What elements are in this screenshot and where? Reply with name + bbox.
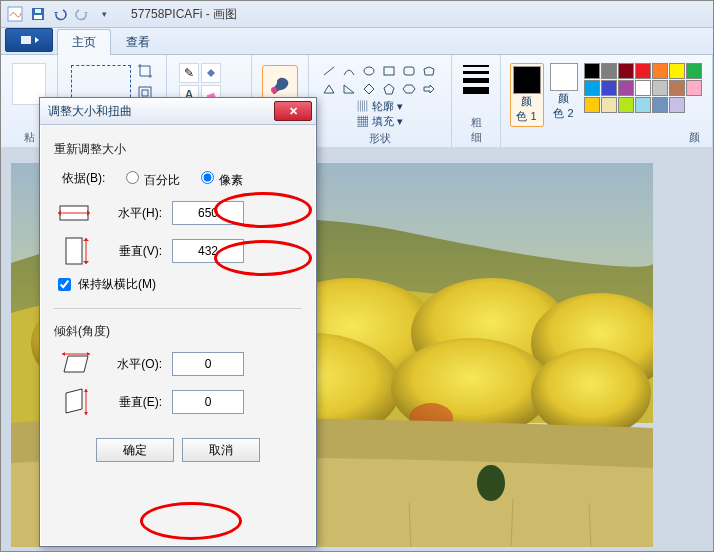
resize-skew-dialog: 调整大小和扭曲 ✕ 重新调整大小 依据(B): 百分比 像素 水平(H): 垂直… [39, 97, 317, 547]
skew-v-input[interactable] [172, 390, 244, 414]
redo-icon[interactable] [73, 5, 91, 23]
svg-rect-38 [66, 238, 82, 264]
crop-icon[interactable] [137, 63, 153, 82]
pencil-icon[interactable]: ✎ [179, 63, 199, 83]
annotation-ellipse [140, 502, 242, 540]
svg-point-10 [364, 67, 374, 75]
shape-outline-label[interactable]: ▥ 轮廓 ▾ [357, 99, 402, 114]
palette-swatch[interactable] [618, 63, 634, 79]
colors-group-label: 颜 [689, 130, 700, 145]
group-shapes: ▥ 轮廓 ▾ ▦ 填充 ▾ 形状 [309, 55, 452, 147]
palette-swatch[interactable] [601, 80, 617, 96]
pixel-label[interactable]: 像素 [219, 173, 243, 187]
app-icon [7, 6, 23, 22]
svg-point-34 [477, 465, 505, 501]
color-palette [584, 63, 704, 113]
radio-percent[interactable] [126, 171, 139, 184]
shape-curve-icon[interactable] [340, 63, 358, 79]
palette-swatch[interactable] [584, 97, 600, 113]
palette-swatch[interactable] [669, 97, 685, 113]
shape-rtri-icon[interactable] [340, 81, 358, 97]
palette-swatch[interactable] [652, 97, 668, 113]
palette-swatch[interactable] [635, 63, 651, 79]
tab-view[interactable]: 查看 [111, 29, 165, 55]
svg-rect-11 [384, 67, 394, 75]
horizontal-o-label: 水平(O): [104, 356, 162, 373]
qat-dropdown-icon[interactable]: ▾ [95, 5, 113, 23]
basis-row: 依据(B): 百分比 像素 [60, 168, 302, 189]
basis-label: 依据(B): [62, 170, 105, 187]
shapes-group-label: 形状 [369, 131, 391, 146]
horizontal-input[interactable] [172, 201, 244, 225]
clipboard-label: 粘 [24, 130, 35, 145]
horizontal-h-label: 水平(H): [104, 205, 162, 222]
palette-swatch[interactable] [601, 97, 617, 113]
radio-pixel[interactable] [201, 171, 214, 184]
shape-pent-icon[interactable] [380, 81, 398, 97]
shape-fill-label[interactable]: ▦ 填充 ▾ [357, 114, 402, 129]
aspect-label[interactable]: 保持纵横比(M) [78, 276, 156, 293]
color1-slot[interactable]: 颜 色 1 [510, 63, 544, 127]
title-bar: ▾ 57758PICAFi - 画图 [1, 1, 713, 28]
vertical-e-label: 垂直(E): [104, 394, 162, 411]
shape-hex-icon[interactable] [400, 81, 418, 97]
resize-vertical-icon [54, 237, 94, 265]
skew-section-title: 倾斜(角度) [54, 323, 302, 340]
svg-rect-12 [404, 67, 414, 75]
shape-roundrect-icon[interactable] [400, 63, 418, 79]
bucket-icon[interactable] [201, 63, 221, 83]
palette-swatch[interactable] [635, 97, 651, 113]
file-menu-button[interactable] [5, 28, 53, 52]
color2-slot[interactable]: 颜 色 2 [550, 63, 578, 121]
palette-swatch[interactable] [618, 97, 634, 113]
dialog-title: 调整大小和扭曲 [48, 103, 132, 120]
palette-swatch[interactable] [669, 80, 685, 96]
svg-point-22 [531, 348, 651, 438]
palette-swatch[interactable] [635, 80, 651, 96]
skew-h-input[interactable] [172, 352, 244, 376]
svg-rect-4 [21, 36, 31, 44]
palette-swatch[interactable] [652, 63, 668, 79]
palette-swatch[interactable] [669, 63, 685, 79]
ok-button[interactable]: 确定 [96, 438, 174, 462]
tab-home[interactable]: 主页 [57, 29, 111, 55]
aspect-checkbox[interactable] [58, 278, 71, 291]
cancel-button[interactable]: 取消 [182, 438, 260, 462]
shape-diamond-icon[interactable] [360, 81, 378, 97]
palette-swatch[interactable] [601, 63, 617, 79]
skew-vertical-icon [54, 388, 94, 416]
color1-swatch [513, 66, 541, 94]
palette-swatch[interactable] [584, 80, 600, 96]
svg-rect-2 [34, 15, 42, 19]
svg-point-8 [271, 87, 277, 93]
save-icon[interactable] [29, 5, 47, 23]
palette-swatch[interactable] [584, 63, 600, 79]
vertical-v-label: 垂直(V): [104, 243, 162, 260]
quick-access-toolbar: ▾ [29, 5, 113, 23]
thickness-icon[interactable] [463, 65, 489, 94]
palette-swatch[interactable] [618, 80, 634, 96]
shape-poly-icon[interactable] [420, 63, 438, 79]
percent-label[interactable]: 百分比 [144, 173, 180, 187]
shape-gallery[interactable] [320, 63, 440, 97]
dialog-close-button[interactable]: ✕ [274, 101, 312, 121]
palette-swatch[interactable] [686, 80, 702, 96]
skew-horizontal-icon [54, 350, 94, 378]
shape-rect-icon[interactable] [380, 63, 398, 79]
svg-rect-3 [35, 9, 41, 13]
shape-line-icon[interactable] [320, 63, 338, 79]
undo-icon[interactable] [51, 5, 69, 23]
dialog-titlebar: 调整大小和扭曲 ✕ [40, 98, 316, 125]
resize-section-title: 重新调整大小 [54, 141, 302, 158]
brush-icon[interactable] [262, 65, 298, 101]
palette-swatch[interactable] [686, 63, 702, 79]
resize-horizontal-icon [54, 199, 94, 227]
color2-swatch [550, 63, 578, 91]
palette-swatch[interactable] [652, 80, 668, 96]
shape-oval-icon[interactable] [360, 63, 378, 79]
shape-tri-icon[interactable] [320, 81, 338, 97]
divider [54, 308, 302, 309]
svg-rect-6 [142, 90, 148, 96]
vertical-input[interactable] [172, 239, 244, 263]
shape-arrow-icon[interactable] [420, 81, 438, 97]
